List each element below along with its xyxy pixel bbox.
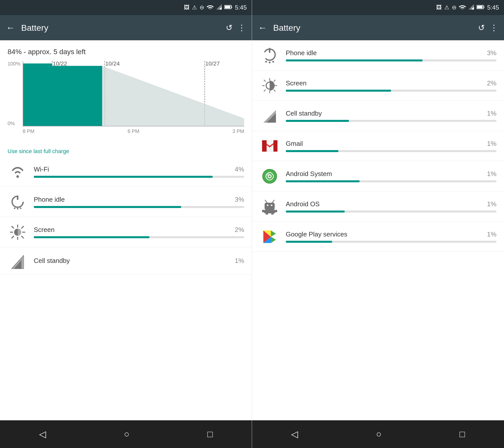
back-nav-right[interactable]: ◁ (291, 429, 298, 439)
svg-text:10/27: 10/27 (205, 61, 219, 67)
cell-standby-percent: 1% (235, 257, 244, 265)
svg-marker-66 (271, 237, 276, 243)
phone-idle-bar-fill (34, 206, 181, 208)
minus-circle-icon: ⊖ (200, 4, 204, 11)
phone-idle-bar-bg (34, 206, 244, 208)
list-item[interactable]: Gmail 1% (252, 131, 504, 161)
list-item[interactable]: Wi-Fi 4% (0, 157, 252, 187)
signal-status-icon (216, 4, 222, 11)
svg-rect-57 (264, 210, 275, 213)
screen-details: Screen 2% (34, 226, 244, 238)
screen-bar-fill (34, 236, 149, 238)
android-system-percent: 1% (487, 170, 496, 178)
svg-line-39 (274, 90, 275, 91)
svg-point-50 (269, 175, 271, 177)
cell-signal-icon-r (260, 106, 280, 126)
status-bar-left: 🖼 ⚠ ⊖ 5:45 (0, 0, 252, 15)
screen-r-percent: 2% (487, 79, 496, 87)
svg-text:10/24: 10/24 (105, 61, 120, 67)
wifi-status-icon (207, 4, 214, 11)
svg-point-53 (267, 204, 268, 206)
alert-icon-r: ⚠ (444, 4, 449, 11)
svg-rect-3 (231, 6, 232, 8)
screen-r-bar-fill (286, 90, 391, 92)
y-label-bottom: 0% (8, 121, 20, 126)
svg-text:10/22: 10/22 (53, 61, 67, 67)
chart-svg: 10/22 10/24 10/27 (23, 61, 244, 126)
refresh-button-right[interactable]: ↺ (478, 23, 485, 32)
phone-idle-name: Phone idle (34, 196, 65, 203)
home-nav-left[interactable]: ○ (124, 429, 130, 439)
chart-y-labels: 100% 0% (8, 61, 20, 126)
svg-point-31 (269, 62, 271, 63)
status-time-left: 5:45 (235, 4, 247, 11)
google-play-bar-bg (286, 241, 496, 243)
screen-name: Screen (34, 226, 54, 234)
y-label-top: 100% (8, 61, 20, 67)
screen-r-name: Screen (286, 79, 306, 87)
svg-rect-60 (266, 213, 268, 215)
list-item[interactable]: Google Play services 1% (252, 222, 504, 252)
svg-rect-45 (262, 140, 267, 152)
screen-r-bar-bg (286, 90, 496, 92)
android-system-details: Android System 1% (286, 170, 496, 182)
google-play-bar-fill (286, 241, 332, 243)
phone-idle-r-percent: 3% (487, 49, 496, 57)
svg-point-19 (20, 208, 21, 209)
svg-point-18 (17, 208, 18, 210)
home-nav-right[interactable]: ○ (376, 429, 382, 439)
chart-x-labels: 8 PM 6 PM 3 PM (23, 126, 244, 134)
power-icon-r (260, 45, 280, 65)
toolbar-right: ← Battery ↺ ⋮ (252, 15, 504, 40)
back-nav-left[interactable]: ◁ (39, 429, 46, 439)
gmail-name: Gmail (286, 140, 303, 148)
back-button-right[interactable]: ← (258, 22, 267, 33)
phone-idle-percent: 3% (235, 196, 244, 203)
more-button-left[interactable]: ⋮ (238, 23, 246, 32)
left-content: 84% - approx. 5 days left 100% 0% 10/22 … (0, 40, 252, 420)
more-button-right[interactable]: ⋮ (490, 23, 498, 32)
x-label-8pm: 8 PM (23, 128, 35, 134)
recent-nav-left[interactable]: □ (207, 429, 213, 439)
list-item[interactable]: Cell standby 1% (252, 101, 504, 131)
svg-line-41 (264, 90, 266, 91)
google-play-details: Google Play services 1% (286, 230, 496, 243)
status-bar-right: 🖼 ⚠ ⊖ 5:45 (252, 0, 504, 15)
list-item[interactable]: Android System 1% (252, 161, 504, 191)
cell-standby-r-name: Cell standby (286, 110, 322, 117)
list-item[interactable]: Screen 2% (252, 71, 504, 101)
svg-rect-28 (477, 6, 483, 8)
x-label-6pm: 6 PM (128, 128, 139, 134)
svg-rect-58 (262, 210, 264, 212)
screen-bar-bg (34, 236, 244, 238)
recent-nav-right[interactable]: □ (460, 429, 465, 439)
battery-status-icon (224, 4, 232, 11)
svg-line-56 (272, 200, 274, 203)
status-time-right: 5:45 (487, 4, 499, 11)
signal-status-icon-r (468, 4, 474, 11)
google-play-percent: 1% (487, 230, 496, 238)
android-os-percent: 1% (487, 200, 496, 208)
right-content: Phone idle 3% (252, 40, 504, 420)
back-button-left[interactable]: ← (6, 22, 15, 33)
left-panel: 🖼 ⚠ ⊖ 5:45 ← Battery ↺ ⋮ 84% - approx. 5… (0, 0, 252, 448)
list-item[interactable]: Cell standby 1% (0, 247, 252, 275)
android-os-bar-fill (286, 211, 345, 213)
section-header: Use since last full charge (0, 144, 252, 157)
svg-point-17 (14, 208, 15, 209)
svg-marker-11 (102, 66, 244, 126)
svg-rect-4 (225, 6, 230, 8)
google-play-name: Google Play services (286, 230, 347, 238)
toolbar-title-left: Battery (21, 23, 226, 33)
list-item[interactable]: Phone idle 3% (252, 40, 504, 71)
list-item[interactable]: Android OS 1% (252, 191, 504, 222)
refresh-button-left[interactable]: ↺ (226, 23, 233, 32)
android-system-bar-fill (286, 180, 360, 182)
list-item[interactable]: Phone idle 3% (0, 187, 252, 217)
x-label-3pm: 3 PM (232, 128, 244, 134)
status-icons-left: 🖼 ⚠ ⊖ (184, 4, 232, 11)
svg-rect-59 (275, 210, 277, 212)
list-item[interactable]: Screen 2% (0, 217, 252, 247)
cell-standby-r-bar-fill (286, 120, 349, 122)
gmail-bar-bg (286, 150, 496, 152)
